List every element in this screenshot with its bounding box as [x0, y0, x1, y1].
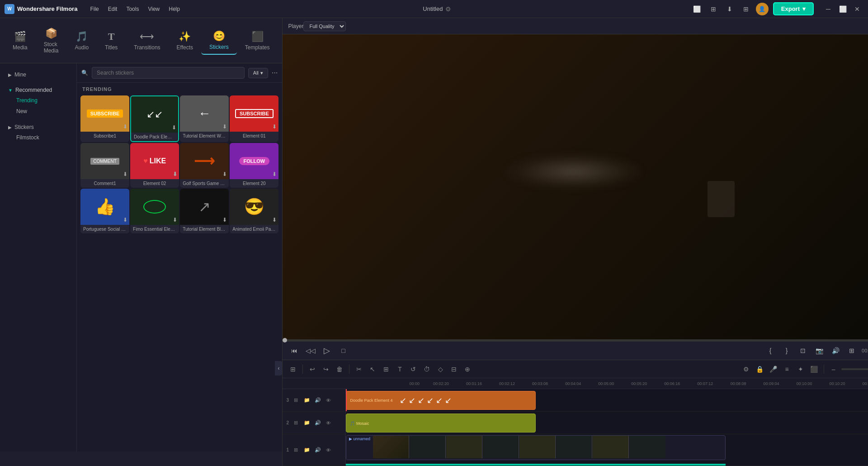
track-1-eye-icon[interactable]: 👁: [324, 446, 333, 455]
tab-effects[interactable]: ✨ Effects: [169, 27, 201, 54]
track-1-add-icon[interactable]: ⊞: [292, 446, 301, 455]
track-3-folder-icon[interactable]: 📁: [302, 396, 311, 405]
download-icon-8[interactable]: ⬇: [272, 171, 277, 177]
track-3-eye-icon[interactable]: 👁: [324, 396, 333, 405]
cut-icon[interactable]: ✂: [353, 363, 365, 375]
download-icon-5[interactable]: ⬇: [123, 171, 127, 177]
play-button[interactable]: ▷: [321, 344, 333, 357]
out-point-button[interactable]: }: [780, 344, 793, 357]
search-input[interactable]: [92, 67, 245, 79]
skip-back-button[interactable]: ⏮: [288, 344, 301, 357]
rotate-icon[interactable]: ↺: [407, 363, 419, 375]
grid-item-9[interactable]: 👍 ⬇ Portuguese Social Me...: [80, 189, 129, 233]
download-icon-10[interactable]: ⬇: [173, 217, 177, 223]
tab-audio[interactable]: 🎵 Audio: [66, 27, 97, 54]
undo-icon[interactable]: ↩: [307, 363, 318, 375]
scene-icon[interactable]: ⊞: [287, 363, 299, 375]
video-clip[interactable]: ▶ unnamed: [346, 435, 726, 460]
sidebar-child-new[interactable]: New: [5, 106, 71, 117]
filter-dropdown[interactable]: All ▾: [248, 68, 268, 78]
icon-apps[interactable]: ⊞: [740, 3, 752, 15]
menu-view[interactable]: View: [144, 4, 163, 14]
grid-item-1[interactable]: SUBSCRIBE ⬇ Subscribe1: [80, 95, 129, 142]
tab-media[interactable]: 🎬 Media: [5, 27, 36, 54]
sidebar-parent-recommended[interactable]: ▼ Recommended: [5, 85, 71, 95]
download-icon-6[interactable]: ⬇: [173, 171, 177, 177]
mic-icon[interactable]: 🎤: [768, 363, 779, 375]
in-point-button[interactable]: {: [764, 344, 777, 357]
track-3-add-icon[interactable]: ⊞: [292, 396, 301, 405]
download-icon-7[interactable]: ⬇: [222, 171, 227, 177]
fx-icon[interactable]: ✦: [795, 363, 807, 375]
menu-edit[interactable]: Edit: [104, 4, 121, 14]
tab-stock[interactable]: 📦 Stock Media: [36, 24, 67, 57]
lock-icon[interactable]: 🔒: [754, 363, 766, 375]
track-2-folder-icon[interactable]: 📁: [302, 418, 311, 428]
grid-item-4[interactable]: SUBSCRIBE ⬇ Element 01: [230, 95, 278, 142]
play-back-button[interactable]: ◁◁: [304, 344, 317, 357]
menu-tools[interactable]: Tools: [123, 4, 142, 14]
tab-transitions[interactable]: ⟷ Transitions: [126, 27, 168, 54]
download-icon-11[interactable]: ⬇: [222, 217, 227, 223]
icon-avatar[interactable]: 👤: [756, 3, 769, 15]
menu-help[interactable]: Help: [165, 4, 184, 14]
download-icon-9[interactable]: ⬇: [123, 217, 127, 223]
grid-item-5[interactable]: COMMENT ⬇ Comment1: [80, 143, 129, 188]
progress-bar[interactable]: [283, 339, 868, 341]
adjust-icon[interactable]: ⊟: [448, 363, 460, 375]
grid-item-12[interactable]: 😎 ⬇ Animated Emoii Pack ...: [230, 189, 278, 233]
grid-item-8[interactable]: FOLLOW ⬇ Element 20: [230, 143, 278, 188]
download-icon-2[interactable]: ⬇: [172, 124, 176, 131]
color-icon[interactable]: ◇: [434, 363, 446, 375]
more-button[interactable]: ⊞: [845, 344, 858, 357]
track-2-eye-icon[interactable]: 👁: [324, 418, 333, 428]
sidebar-child-trending[interactable]: Trending: [5, 95, 71, 106]
collapse-panel-button[interactable]: ‹: [275, 361, 282, 376]
grid-item-6[interactable]: ♥LIKE ⬇ Element 02: [130, 143, 179, 188]
export-button[interactable]: Export ▾: [773, 2, 814, 15]
download-icon-12[interactable]: ⬇: [272, 217, 277, 223]
icon-grid[interactable]: ⊞: [707, 3, 720, 15]
grid-item-3[interactable]: ← ⬇ Tutorial Element Whit...: [180, 95, 229, 142]
download-icon-3[interactable]: ⬇: [222, 124, 227, 130]
track-3-audio-icon[interactable]: 🔊: [313, 396, 322, 405]
audio-clip[interactable]: 🎵 Mosaic: [346, 414, 536, 433]
crop-icon[interactable]: ⊞: [380, 363, 392, 375]
icon-download[interactable]: ⬇: [723, 3, 736, 15]
settings-icon[interactable]: ⚙: [741, 363, 752, 375]
grid-item-2[interactable]: ↙↙ ⬇ Doodle Pack Element 4: [130, 95, 179, 142]
audio-button[interactable]: 🔊: [829, 344, 842, 357]
delete-icon[interactable]: 🗑: [334, 363, 345, 375]
track-icon[interactable]: ≡: [781, 363, 793, 375]
sidebar-parent-mine[interactable]: ▶ Mine: [5, 70, 71, 80]
caption-icon[interactable]: ⬛: [808, 363, 820, 375]
grid-item-7[interactable]: ⟶ ⬇ Golf Sports Game Pac...: [180, 143, 229, 188]
track-2-audio-icon[interactable]: 🔊: [313, 418, 322, 428]
tab-templates[interactable]: ⬛ Templates: [237, 27, 278, 54]
snapshot-button[interactable]: 📷: [813, 344, 826, 357]
zoom-out-icon[interactable]: –: [828, 363, 840, 375]
close-button[interactable]: ✕: [851, 3, 863, 15]
select-icon[interactable]: ↖: [367, 363, 378, 375]
track-1-audio-icon[interactable]: 🔊: [313, 446, 322, 455]
redo-icon[interactable]: ↪: [320, 363, 332, 375]
track-2-add-icon[interactable]: ⊞: [292, 418, 301, 428]
grid-item-10[interactable]: ⬇ Fimo Essential Elem...: [130, 189, 179, 233]
text-icon[interactable]: T: [394, 363, 406, 375]
download-icon-4[interactable]: ⬇: [272, 124, 277, 130]
icon-layout[interactable]: ⬜: [691, 3, 703, 15]
stabilize-icon[interactable]: ⊕: [462, 363, 473, 375]
sidebar-parent-stickers[interactable]: ▶ Stickers: [5, 122, 71, 132]
clock-icon[interactable]: ⏱: [421, 363, 433, 375]
minimize-button[interactable]: ─: [822, 3, 835, 15]
track-1-folder-icon[interactable]: 📁: [302, 446, 311, 455]
menu-file[interactable]: File: [86, 4, 102, 14]
stop-button[interactable]: □: [337, 344, 349, 357]
fit-button[interactable]: ⊡: [797, 344, 809, 357]
quality-select[interactable]: Full Quality: [303, 21, 346, 31]
sticker-clip[interactable]: Doodle Pack Element 4 ↙ ↙ ↙ ↙ ↙ ↙: [346, 391, 536, 410]
download-icon-1[interactable]: ⬇: [123, 124, 127, 130]
maximize-button[interactable]: ⬜: [836, 3, 849, 15]
tab-titles[interactable]: T Titles: [97, 27, 126, 54]
zoom-slider[interactable]: [841, 368, 868, 370]
